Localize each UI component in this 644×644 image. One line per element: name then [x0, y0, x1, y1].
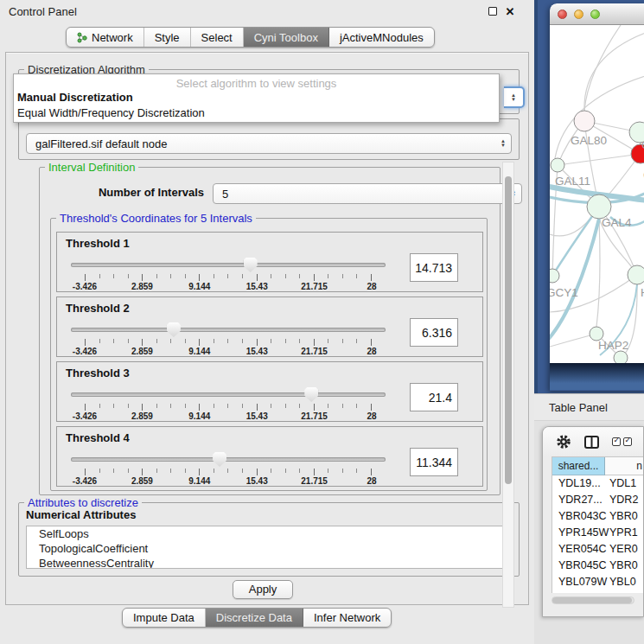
node-gal4[interactable]	[587, 194, 611, 219]
slider-tick	[342, 339, 343, 343]
threshold-4-value-field[interactable]: 11.344	[410, 448, 458, 476]
threshold-3-value-field[interactable]: 21.4	[410, 383, 458, 411]
table-row[interactable]: YER054CYER0	[552, 541, 644, 558]
attribute-list-item[interactable]: SelfLoops	[27, 526, 513, 541]
scrollbar-thumb[interactable]	[505, 176, 512, 484]
table-cell[interactable]: YDR27...	[552, 492, 605, 508]
minimize-traffic-light-icon[interactable]	[574, 10, 583, 19]
network-view-window[interactable]: GAL80 GAL11 GAL4 GCY1 HAP2 H C GA	[550, 3, 644, 391]
number-of-intervals-combobox[interactable]: 5 ▲▼	[213, 183, 522, 204]
table-horizontal-scrollbar[interactable]	[552, 596, 634, 604]
slider-thumb[interactable]	[244, 258, 258, 272]
node-bottom[interactable]	[614, 351, 628, 363]
tab-style[interactable]: Style	[144, 28, 191, 47]
node-label-hap2: HAP2	[598, 339, 628, 352]
algorithm-combobox[interactable]: ▲▼	[504, 86, 525, 108]
table-cell[interactable]: YBR045C	[552, 558, 605, 574]
interval-definition-group: Interval Definition Number of Intervals …	[39, 167, 501, 495]
close-traffic-light-icon[interactable]	[558, 10, 567, 19]
slider-tick	[342, 469, 343, 473]
slider-tick	[299, 339, 300, 343]
table-data-combobox[interactable]: galFiltered.sif default node ▲▼	[26, 133, 512, 154]
table-row[interactable]: YPR145WYPR1	[552, 525, 644, 541]
numerical-attributes-list[interactable]: SelfLoopsTopologicalCoefficientBetweenne…	[26, 526, 513, 569]
checkbox-icon[interactable]	[623, 437, 632, 446]
table-row[interactable]: YBL079WYBL0	[552, 574, 644, 590]
slider-tick	[85, 404, 86, 411]
tab-network[interactable]: Network	[67, 28, 144, 47]
scrollbar-thumb[interactable]	[552, 597, 632, 603]
table-cell[interactable]: YLR345W	[552, 590, 605, 593]
table-cell[interactable]: YBL0	[605, 574, 644, 590]
table-cell[interactable]: YBR0	[605, 508, 644, 525]
threshold-1-value-field[interactable]: 14.713	[410, 253, 458, 282]
table-cell[interactable]: YDL19...	[552, 475, 605, 492]
gear-icon[interactable]	[556, 434, 571, 450]
slider-thumb[interactable]	[167, 322, 181, 337]
bottom-tab-bar: Impute Data Discretize Data Infer Networ…	[122, 608, 392, 628]
slider-tick	[128, 339, 129, 343]
checkbox-icon[interactable]	[612, 437, 621, 446]
zoom-traffic-light-icon[interactable]	[590, 10, 600, 19]
network-canvas[interactable]: GAL80 GAL11 GAL4 GCY1 HAP2 H C GA	[550, 25, 644, 363]
network-window-titlebar[interactable]	[550, 3, 644, 25]
slider-thumb[interactable]	[213, 452, 226, 467]
table-cell[interactable]: YBR043C	[552, 508, 605, 525]
tab-jactivemnodules[interactable]: jActiveMNodules	[329, 28, 434, 47]
attribute-list-item[interactable]: TopologicalCoefficient	[27, 541, 513, 556]
slider-tick	[328, 339, 328, 343]
popup-placeholder-item[interactable]: Select algorithm to view settings	[14, 74, 499, 90]
node-label-gal4: GAL4	[602, 216, 632, 229]
node-gal80[interactable]	[574, 111, 595, 131]
panel-scrollbar[interactable]	[502, 162, 514, 608]
slider-tick	[356, 274, 357, 278]
table-window[interactable]: shared... n YDL19...YDL1YDR27...YDR2YBR0…	[542, 426, 644, 617]
table-cell[interactable]: YLR3	[605, 590, 644, 593]
table-row[interactable]: YLR345WYLR3	[552, 590, 644, 593]
node-right[interactable]	[628, 265, 644, 284]
column-header-name[interactable]: n	[605, 457, 644, 475]
popup-option-equal-width-frequency[interactable]: Equal Width/Frequency Discretization	[14, 105, 499, 121]
table-cell[interactable]: YER054C	[552, 541, 605, 558]
slider-tick	[356, 469, 357, 473]
threshold-2-value-field[interactable]: 6.316	[410, 318, 458, 347]
node-gcy1[interactable]	[550, 269, 559, 283]
table-row[interactable]: YDR27...YDR2	[552, 492, 644, 508]
table-cell[interactable]: YDL1	[605, 475, 644, 492]
table-panel-header: Table Panel	[534, 393, 644, 421]
attribute-list-item[interactable]: BetweennessCentrality	[27, 556, 513, 569]
float-button[interactable]	[484, 7, 501, 16]
slider-tick	[299, 404, 300, 408]
table-cell[interactable]: YER0	[605, 541, 644, 558]
table-row[interactable]: YBR045CYBR0	[552, 558, 644, 574]
table-row[interactable]: YBR043CYBR0	[552, 508, 644, 525]
tab-discretize-data[interactable]: Discretize Data	[206, 609, 303, 627]
scale-tick-label: 21.715	[301, 476, 328, 486]
table-cell[interactable]: YPR145W	[552, 525, 605, 541]
apply-button[interactable]: Apply	[233, 580, 293, 599]
cyni-toolbox-panel: Discretization Algorithm ▲▼ Select algor…	[5, 52, 529, 605]
close-button[interactable]: ✕	[501, 5, 519, 18]
slider-ticks	[85, 274, 372, 281]
slider-thumb[interactable]	[304, 387, 318, 402]
tab-cyni-toolbox[interactable]: Cyni Toolbox	[244, 28, 329, 47]
slider-tick	[257, 404, 258, 411]
table-cell[interactable]: YBR0	[605, 558, 644, 574]
slider-tick	[342, 274, 343, 278]
tab-infer-network[interactable]: Infer Network	[303, 609, 391, 627]
tab-discretize-data-label: Discretize Data	[216, 611, 292, 624]
scale-tick-label: 2.859	[131, 347, 153, 356]
column-header-shared-name[interactable]: shared...	[552, 457, 605, 475]
table-cell[interactable]: YDR2	[605, 492, 644, 508]
table-row[interactable]: YDL19...YDL1	[552, 475, 644, 492]
node-gal11[interactable]	[551, 158, 564, 172]
slider-tick	[257, 339, 258, 346]
threshold-3-label: Threshold 3	[66, 367, 130, 379]
tab-impute-data[interactable]: Impute Data	[123, 609, 206, 627]
popup-option-manual-discretization[interactable]: Manual Discretization	[14, 90, 499, 105]
tab-select[interactable]: Select	[191, 28, 244, 47]
split-column-icon[interactable]	[584, 436, 599, 449]
table-cell[interactable]: YBL079W	[552, 574, 605, 590]
table-cell[interactable]: YPR1	[605, 525, 644, 541]
top-tab-bar: Network Style Select Cyni Toolbox jActiv…	[66, 27, 435, 48]
